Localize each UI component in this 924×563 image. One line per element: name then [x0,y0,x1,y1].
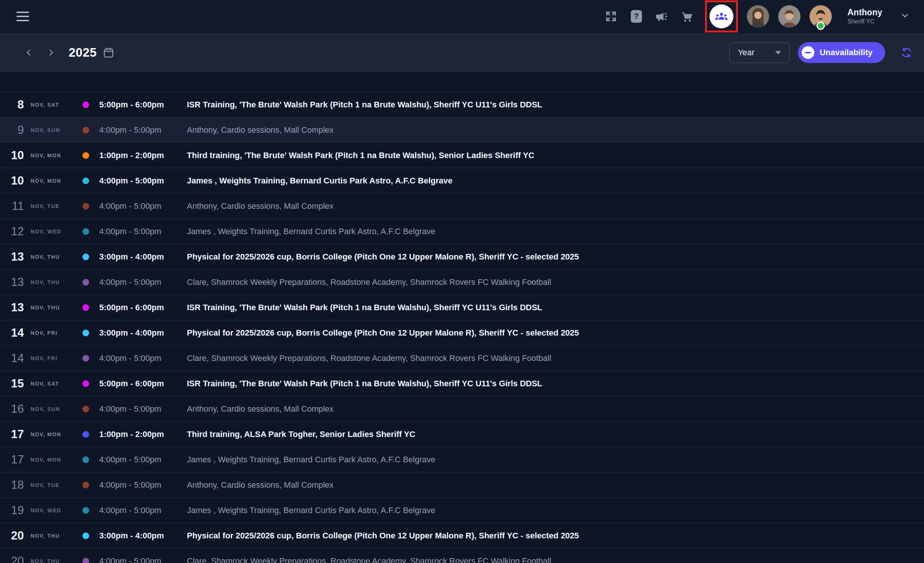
fullscreen-icon[interactable] [604,9,618,24]
day-label: NOV, SAT [24,381,82,387]
event-color-dot [82,431,89,438]
event-row[interactable]: 13 NOV, THU 4:00pm - 5:00pm Clare, Shamr… [0,269,924,295]
event-time: 4:00pm - 5:00pm [90,125,187,135]
chevron-left-icon [25,48,34,57]
event-time: 5:00pm - 6:00pm [90,379,187,388]
day-number: 8 [0,98,24,111]
chevron-down-icon[interactable] [900,11,910,22]
event-title: Clare, Shamrock Weekly Preparations, Roa… [187,277,924,287]
day-number: 17 [0,453,24,466]
event-row[interactable]: 10 NOV, MON 1:00pm - 2:00pm Third traini… [0,142,924,168]
annotation-rectangle [705,0,738,33]
event-row[interactable]: 8 NOV, SAT 5:00pm - 6:00pm ISR Training,… [0,92,924,117]
current-user[interactable]: Anthony Sheriff YC [848,7,882,25]
event-time: 4:00pm - 5:00pm [90,353,187,363]
caret-down-icon [775,51,781,54]
day-number: 13 [0,250,24,264]
hamburger-menu-icon[interactable] [16,12,29,21]
teammate-avatar-3[interactable] [810,5,832,28]
event-title: ISR Training, 'The Brute' Walsh Park (Pi… [187,379,924,388]
day-label: NOV, SUN [24,127,82,133]
day-number: 9 [0,123,24,137]
event-time: 4:00pm - 5:00pm [90,556,187,563]
teammate-avatar-1[interactable] [747,5,769,28]
event-row[interactable]: 15 NOV, SAT 5:00pm - 6:00pm ISR Training… [0,371,924,396]
event-row[interactable]: 18 NOV, TUE 4:00pm - 5:00pm Anthony, Car… [0,472,924,497]
event-time: 3:00pm - 4:00pm [90,328,187,338]
day-label: NOV, MON [24,153,82,159]
event-title: James , Weights Training, Bernard Curtis… [187,227,924,237]
cart-icon[interactable] [680,9,694,24]
event-row[interactable]: 9 NOV, SUN 4:00pm - 5:00pm Anthony, Card… [0,117,924,142]
day-label: NOV, TUE [24,203,82,209]
event-time: 4:00pm - 5:00pm [90,480,187,490]
calendar-app: ? [0,0,924,563]
event-row[interactable]: 20 NOV, THU 4:00pm - 5:00pm Clare, Shamr… [0,548,924,563]
event-time: 4:00pm - 5:00pm [90,227,187,237]
event-color-dot [82,228,89,235]
event-color-dot [82,253,89,260]
view-mode-select[interactable]: Year [729,42,790,63]
day-number: 12 [0,225,24,238]
event-row[interactable]: 20 NOV, THU 3:00pm - 4:00pm Physical for… [0,523,924,548]
event-row[interactable]: 14 NOV, FRI 4:00pm - 5:00pm Clare, Shamr… [0,345,924,371]
event-title: Third training, 'The Brute' Walsh Park (… [187,151,924,160]
event-color-dot [82,558,89,563]
day-label: NOV, SUN [24,406,82,412]
unavailability-label: Unavailability [819,48,873,57]
day-number: 20 [0,529,24,542]
event-title: Third training, ALSA Park Togher, Senior… [187,430,924,439]
day-label: NOV, MON [24,431,82,437]
top-bar: ? [0,0,924,33]
event-color-dot [82,532,89,539]
day-number: 18 [0,478,24,492]
help-icon[interactable]: ? [629,9,644,24]
event-title: Anthony, Cardio sessions, Mall Complex [187,125,924,135]
event-time: 4:00pm - 5:00pm [90,176,187,186]
day-number: 15 [0,377,24,390]
event-row[interactable]: 12 NOV, WED 4:00pm - 5:00pm James , Weig… [0,219,924,244]
user-name: Anthony [848,7,882,18]
online-status-dot [817,22,825,30]
day-number: 20 [0,554,24,563]
event-title: Physical for 2025/2026 cup, Borris Colle… [187,328,924,338]
event-color-dot [82,457,89,463]
next-period-button[interactable] [44,46,57,59]
event-row[interactable]: 17 NOV, MON 1:00pm - 2:00pm Third traini… [0,421,924,447]
unavailability-button[interactable]: Unavailability [798,42,885,63]
day-label: NOV, MON [24,178,82,184]
period-title: 2025 [69,45,97,60]
event-title: Physical for 2025/2026 cup, Borris Colle… [187,531,924,541]
event-row[interactable]: 19 NOV, WED 4:00pm - 5:00pm James , Weig… [0,497,924,523]
event-row[interactable]: 13 NOV, THU 5:00pm - 6:00pm ISR Training… [0,295,924,320]
view-mode-value: Year [738,48,754,57]
day-label: NOV, WED [24,229,82,235]
event-row[interactable]: 13 NOV, THU 3:00pm - 4:00pm Physical for… [0,244,924,269]
day-number: 14 [0,326,24,340]
day-number: 16 [0,402,24,416]
day-label: NOV, THU [24,305,82,311]
event-color-dot [82,127,89,133]
team-members-button[interactable] [710,4,734,28]
event-title: James , Weights Training, Bernard Curtis… [187,455,924,464]
day-number: 10 [0,174,24,187]
sync-icon[interactable] [900,46,913,59]
event-time: 4:00pm - 5:00pm [90,201,187,211]
event-title: ISR Training, 'The Brute' Walsh Park (Pi… [187,100,924,109]
schedule-list: 8 NOV, SAT 5:00pm - 6:00pm ISR Training,… [0,72,924,563]
prev-period-button[interactable] [22,46,36,59]
teammate-avatar-2[interactable] [778,5,801,28]
event-color-dot [82,482,89,488]
event-time: 5:00pm - 6:00pm [90,303,187,313]
event-row[interactable]: 11 NOV, TUE 4:00pm - 5:00pm Anthony, Car… [0,193,924,219]
day-label: NOV, THU [24,279,82,285]
event-row[interactable]: 10 NOV, MON 4:00pm - 5:00pm James , Weig… [0,168,924,193]
toolbar-right: Year Unavailability [729,42,913,63]
event-row[interactable]: 14 NOV, FRI 3:00pm - 4:00pm Physical for… [0,320,924,345]
event-row[interactable]: 16 NOV, SUN 4:00pm - 5:00pm Anthony, Car… [0,396,924,421]
user-team: Sheriff YC [848,18,882,25]
announcements-icon[interactable] [654,9,669,24]
event-row[interactable]: 17 NOV, MON 4:00pm - 5:00pm James , Weig… [0,447,924,472]
calendar-icon[interactable] [103,46,114,59]
minus-circle-icon [802,46,814,59]
